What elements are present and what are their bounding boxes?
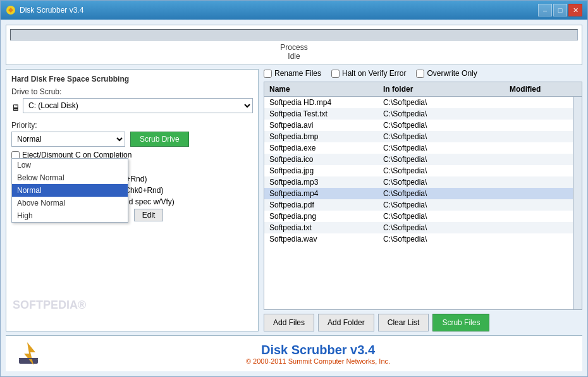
add-folder-button[interactable]: Add Folder (318, 314, 374, 331)
halt-verify-checkbox[interactable] (331, 70, 340, 78)
priority-dropdown: Low Below Normal Normal Above Normal Hig… (11, 158, 128, 223)
close-button[interactable]: ✕ (568, 4, 582, 16)
file-modified (505, 200, 573, 210)
priority-select[interactable]: Low Below Normal Normal Above Normal Hig… (11, 132, 125, 147)
overwrite-only-label: Overwrite Only (416, 69, 477, 78)
file-row[interactable]: Softpedia.exeC:\Softpedia\ (264, 142, 573, 154)
file-name: Softpedia Test.txt (264, 109, 378, 119)
process-status: Idle (288, 52, 300, 61)
header-scrollbar-space (573, 83, 582, 95)
file-row[interactable]: Softpedia.txtC:\Softpedia\ (264, 222, 573, 233)
svg-rect-1 (19, 359, 38, 364)
drive-icon: 🖥 (11, 102, 20, 113)
app-icon (6, 5, 16, 15)
title-bar-left: Disk Scrubber v3.4 (6, 5, 83, 15)
file-modified (505, 109, 573, 119)
file-list-body[interactable]: Softpedia HD.mp4C:\Softpedia\Softpedia T… (264, 97, 573, 309)
overwrite-only-checkbox[interactable] (416, 70, 424, 78)
file-row[interactable]: Softpedia HD.mp4C:\Softpedia\ (264, 97, 573, 108)
file-name: Softpedia HD.mp4 (264, 97, 378, 108)
file-row[interactable]: Softpedia.mp4C:\Softpedia\ (264, 188, 573, 199)
file-actions: Add Files Add Folder Clear List Scrub Fi… (264, 314, 582, 331)
clear-list-button[interactable]: Clear List (378, 314, 429, 331)
file-modified (505, 223, 573, 233)
progress-section: Process Idle (6, 25, 582, 65)
footer-copyright: © 2000-2011 Summit Computer Networks, In… (246, 357, 390, 365)
rename-files-label: Rename Files (264, 69, 321, 78)
file-list-header: Name In folder Modified (264, 82, 582, 97)
file-modified (505, 234, 573, 244)
file-folder: C:\Softpedia\ (378, 223, 505, 233)
footer-icon (18, 341, 52, 366)
priority-row: Low Below Normal Normal Above Normal Hig… (11, 132, 253, 147)
file-name: Softpedia.avi (264, 120, 378, 130)
file-modified (505, 177, 573, 187)
file-folder: C:\Softpedia\ (378, 154, 505, 164)
right-panel: Rename Files Halt on Verify Error Overwr… (264, 69, 582, 331)
file-folder: C:\Softpedia\ (378, 143, 505, 153)
window-body: Process Idle Hard Disk Free Space Scrubb… (1, 20, 587, 376)
file-modified (505, 211, 573, 221)
file-list-body-wrapper: Softpedia HD.mp4C:\Softpedia\Softpedia T… (264, 97, 582, 309)
header-modified: Modified (505, 83, 573, 95)
file-row[interactable]: Softpedia.wavC:\Softpedia\ (264, 233, 573, 245)
app-window: Disk Scrubber v3.4 – □ ✕ Process Idle Ha… (0, 0, 588, 377)
file-name: Softpedia.ico (264, 154, 378, 164)
title-bar: Disk Scrubber v3.4 – □ ✕ (1, 1, 587, 20)
file-modified (505, 120, 573, 130)
halt-verify-label: Halt on Verify Error (331, 69, 406, 78)
file-name: Softpedia.exe (264, 143, 378, 153)
left-panel-title: Hard Disk Free Space Scrubbing (11, 75, 253, 83)
file-row[interactable]: Softpedia.mp3C:\Softpedia\ (264, 176, 573, 188)
drive-label: Drive to Scrub: (11, 87, 253, 96)
file-folder: C:\Softpedia\ (378, 234, 505, 244)
file-row[interactable]: Softpedia Test.txtC:\Softpedia\ (264, 108, 573, 120)
maximize-button[interactable]: □ (553, 4, 567, 16)
scrub-drive-button[interactable]: Scrub Drive (130, 132, 189, 147)
scrub-files-button[interactable]: Scrub Files (432, 314, 489, 331)
rename-files-checkbox[interactable] (264, 70, 272, 78)
priority-label: Priority: (11, 121, 253, 130)
title-bar-buttons: – □ ✕ (538, 4, 582, 16)
file-name: Softpedia.txt (264, 223, 378, 233)
halt-verify-text: Halt on Verify Error (342, 69, 406, 78)
file-folder: C:\Softpedia\ (378, 120, 505, 130)
progress-bar-container (10, 29, 578, 40)
file-row[interactable]: Softpedia.pngC:\Softpedia\ (264, 211, 573, 222)
dropdown-item-below-normal[interactable]: Below Normal (12, 171, 128, 184)
file-modified (505, 166, 573, 176)
dropdown-item-normal[interactable]: Normal (12, 184, 128, 197)
file-row[interactable]: Softpedia.icoC:\Softpedia\ (264, 154, 573, 165)
dropdown-item-above-normal[interactable]: Above Normal (12, 197, 128, 209)
file-options-row: Rename Files Halt on Verify Error Overwr… (264, 69, 582, 78)
header-folder: In folder (378, 83, 505, 95)
file-row[interactable]: Softpedia.aviC:\Softpedia\ (264, 120, 573, 131)
file-folder: C:\Softpedia\ (378, 200, 505, 210)
footer: Disk Scrubber v3.4 © 2000-2011 Summit Co… (6, 335, 582, 371)
edit-button[interactable]: Edit (134, 209, 164, 221)
add-files-button[interactable]: Add Files (264, 314, 314, 331)
file-name: Softpedia.pdf (264, 200, 378, 210)
left-panel: Hard Disk Free Space Scrubbing Drive to … (6, 69, 259, 331)
scrollbar[interactable] (573, 97, 582, 309)
footer-title: Disk Scrubber v3.4 (261, 343, 375, 357)
file-modified (505, 154, 573, 164)
file-row[interactable]: Softpedia.pdfC:\Softpedia\ (264, 199, 573, 211)
file-folder: C:\Softpedia\ (378, 166, 505, 176)
file-row[interactable]: Softpedia.bmpC:\Softpedia\ (264, 131, 573, 142)
file-row[interactable]: Softpedia.jpgC:\Softpedia\ (264, 165, 573, 176)
drive-select[interactable]: C: (Local Disk) (23, 98, 253, 113)
footer-text: Disk Scrubber v3.4 © 2000-2011 Summit Co… (64, 343, 572, 365)
watermark: SOFTPEDIA® (13, 299, 86, 312)
file-modified (505, 188, 573, 199)
overwrite-only-text: Overwrite Only (427, 69, 477, 78)
process-label: Process Idle (280, 43, 307, 61)
window-title: Disk Scrubber v3.4 (20, 6, 83, 15)
dropdown-item-high[interactable]: High (12, 209, 128, 222)
rename-files-text: Rename Files (274, 69, 321, 78)
file-name: Softpedia.jpg (264, 166, 378, 176)
file-folder: C:\Softpedia\ (378, 177, 505, 187)
minimize-button[interactable]: – (538, 4, 552, 16)
dropdown-item-low[interactable]: Low (12, 159, 128, 171)
file-modified (505, 97, 573, 108)
